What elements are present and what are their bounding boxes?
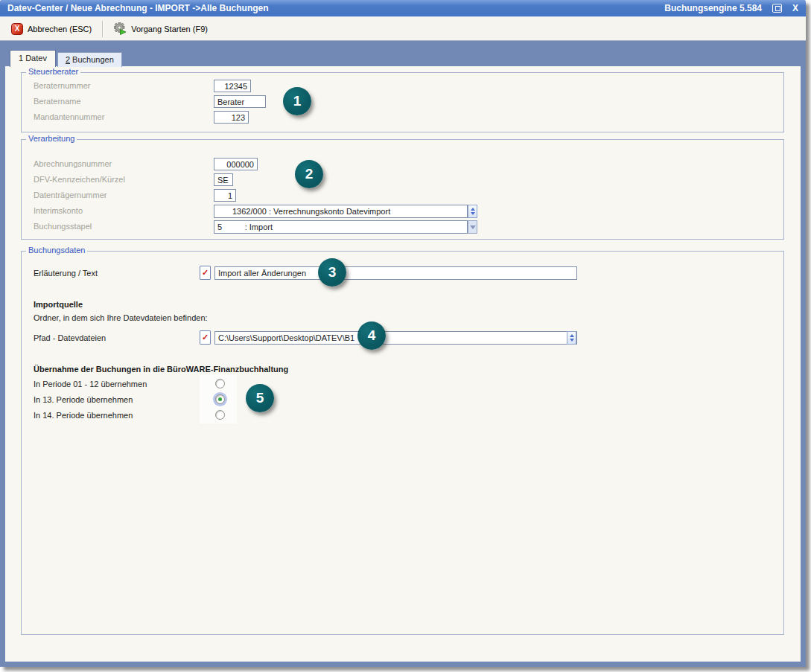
cancel-button[interactable]: X Abbrechen (ESC): [4, 19, 98, 39]
gear-play-icon: [113, 22, 127, 35]
abrechnungsnummer-input[interactable]: 000000: [214, 158, 258, 170]
cancel-x-icon: X: [11, 23, 23, 35]
ordner-hint-text: Ordner, in dem sich Ihre Datevdateien be…: [34, 313, 208, 322]
periode-14-radio[interactable]: [215, 410, 225, 420]
erlaeuterung-label: Erläuterung / Text: [34, 269, 98, 278]
spinner-down-icon: [471, 212, 475, 215]
cancel-button-label: Abbrechen (ESC): [28, 25, 92, 33]
periode-14-label: In 14. Periode übernehmen: [34, 411, 133, 420]
tab-page-datev: Steuerberater Beraternummer 12345 Berate…: [5, 66, 801, 662]
dfv-kennzeichen-input[interactable]: SE: [214, 173, 233, 186]
spinner-down-icon: [570, 339, 574, 342]
close-icon[interactable]: X: [792, 4, 798, 13]
datentraegernummer-label: Datenträgernummer: [34, 191, 106, 199]
toolbar-separator: [102, 21, 103, 37]
interimskonto-input[interactable]: 1362/000 : Verrechnungskonto Datevimport: [214, 205, 468, 218]
beraternummer-input[interactable]: 12345: [214, 80, 251, 92]
tab-datev-label: 1 Datev: [19, 54, 47, 63]
beratername-input[interactable]: Berater: [214, 95, 266, 108]
restore-icon[interactable]: [772, 4, 782, 13]
app-window: Datev-Center / Neue Abrechnung - IMPORT …: [0, 0, 806, 667]
importquelle-heading: Importquelle: [34, 300, 83, 309]
buchungsstapel-label: Buchungsstapel: [34, 222, 92, 231]
periode-13-radio[interactable]: [215, 394, 225, 404]
engine-version-label: Buchungsengine 5.584: [664, 3, 762, 13]
tab-buchungen[interactable]: 2 Buchungen: [57, 52, 122, 67]
radio-dot: [218, 397, 222, 401]
beraternummer-label: Beraternummer: [34, 81, 90, 90]
beratername-label: Beratername: [34, 97, 81, 106]
start-process-button-label: Vorgang Starten (F9): [131, 25, 208, 33]
group-buchungsdaten-title: Buchungsdaten: [26, 246, 87, 255]
group-verarbeitung-title: Verarbeitung: [26, 134, 77, 143]
abrechnungsnummer-label: Abrechnungsnummer: [34, 159, 112, 168]
toolbar: X Abbrechen (ESC): [0, 16, 806, 41]
chevron-down-icon: [470, 225, 476, 229]
tab-bar: 1 Datev 2 Buchungen: [10, 50, 122, 67]
tab-buchungen-label: Buchungen: [70, 55, 114, 64]
pfad-spinner[interactable]: [567, 331, 576, 345]
periode-13-label: In 13. Periode übernehmen: [34, 395, 133, 404]
workspace: 1 Datev 2 Buchungen Steuerberater Berate…: [0, 42, 806, 667]
title-bar: Datev-Center / Neue Abrechnung - IMPORT …: [0, 0, 806, 16]
periode-01-12-label: In Periode 01 - 12 übernehmen: [34, 380, 147, 388]
interimskonto-label: Interimskonto: [34, 206, 83, 215]
pfad-datevdateien-input[interactable]: C:\Users\Support\Desktop\DATEV\B1: [214, 331, 577, 345]
group-steuerberater-title: Steuerberater: [26, 67, 80, 76]
window-title: Datev-Center / Neue Abrechnung - IMPORT …: [7, 3, 664, 13]
start-process-button[interactable]: Vorgang Starten (F9): [106, 19, 214, 39]
interimskonto-spinner[interactable]: [468, 205, 477, 218]
uebernahme-heading: Übernahme der Buchungen in die BüroWARE-…: [34, 365, 288, 374]
pfad-check-icon[interactable]: ✓: [200, 330, 211, 345]
mandantennummer-input[interactable]: 123: [214, 111, 249, 124]
annotation-badge-5: 5: [246, 384, 274, 412]
annotation-badge-4: 4: [357, 321, 386, 350]
buchungsstapel-input[interactable]: 5 : Import: [214, 220, 468, 234]
mandantennummer-label: Mandantennummer: [34, 112, 104, 121]
erlaeuterung-check-icon[interactable]: ✓: [200, 266, 211, 280]
erlaeuterung-input[interactable]: Import aller Änderungen: [214, 266, 577, 280]
annotation-badge-2: 2: [295, 160, 323, 188]
dfv-kennzeichen-label: DFV-Kennzeichen/Kürzel: [34, 175, 125, 184]
buchungsstapel-dropdown-button[interactable]: [468, 220, 477, 234]
group-steuerberater: Steuerberater: [21, 72, 784, 132]
spinner-up-icon: [471, 208, 475, 211]
annotation-badge-1: 1: [283, 87, 311, 115]
datentraegernummer-input[interactable]: 1: [214, 189, 236, 202]
pfad-datevdateien-label: Pfad - Datevdateien: [34, 333, 106, 342]
annotation-badge-3: 3: [318, 258, 346, 287]
spinner-up-icon: [570, 334, 574, 337]
group-buchungsdaten: Buchungsdaten: [21, 251, 784, 635]
periode-01-12-radio[interactable]: [215, 379, 225, 388]
tab-datev[interactable]: 1 Datev: [10, 50, 56, 67]
